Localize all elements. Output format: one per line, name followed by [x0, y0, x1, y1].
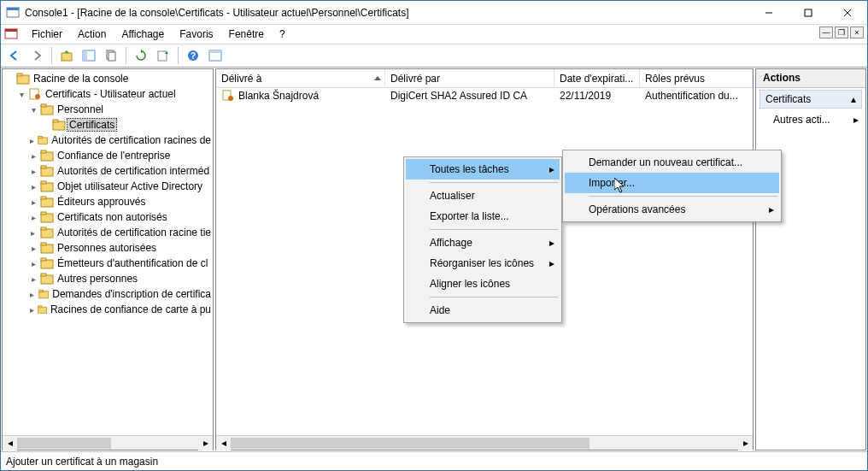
- svg-rect-43: [41, 258, 46, 261]
- tree-hscrollbar[interactable]: ◂ ▸: [3, 435, 213, 450]
- folder-icon: [40, 164, 54, 178]
- tree-item[interactable]: ▸Autres personnes: [4, 271, 213, 286]
- ctx-arrange[interactable]: Réorganiser les icônes▸: [406, 253, 560, 274]
- ctx-advanced[interactable]: Opérations avancées▸: [565, 199, 779, 220]
- svg-rect-10: [83, 50, 87, 61]
- tree-item[interactable]: ▸Personnes autorisées: [4, 240, 213, 256]
- help-button[interactable]: ?: [183, 45, 203, 66]
- cell-issued-to: Blanka Šnajdrová: [238, 90, 319, 102]
- close-button[interactable]: [828, 1, 867, 25]
- context-submenu: Demander un nouveau certificat... Import…: [562, 150, 782, 222]
- ctx-request-cert[interactable]: Demander un nouveau certificat...: [565, 152, 779, 173]
- caret-down-icon[interactable]: ▾: [28, 105, 38, 115]
- tree-item[interactable]: ▸Éditeurs approuvés: [4, 194, 213, 209]
- svg-rect-23: [41, 104, 46, 107]
- col-exp[interactable]: Date d'expirati...: [554, 69, 640, 87]
- caret-right-icon[interactable]: ▸: [28, 305, 36, 315]
- mdi-restore[interactable]: ❐: [835, 26, 848, 38]
- col-roles[interactable]: Rôles prévus: [640, 69, 753, 87]
- scroll-left-icon[interactable]: ◂: [216, 436, 231, 450]
- list-row[interactable]: Blanka Šnajdrová DigiCert SHA2 Assured I…: [216, 88, 753, 103]
- up-button[interactable]: [56, 45, 77, 66]
- menu-affichage[interactable]: Affichage: [114, 26, 171, 42]
- refresh-button[interactable]: [131, 45, 151, 66]
- col-issued-by[interactable]: Délivré par: [385, 69, 554, 87]
- menu-aide[interactable]: ?: [273, 26, 292, 42]
- folder-icon: [40, 226, 54, 239]
- caret-right-icon[interactable]: ▸: [28, 197, 38, 207]
- copy-button[interactable]: [101, 45, 121, 66]
- caret-right-icon[interactable]: ▸: [28, 136, 36, 145]
- menu-favoris[interactable]: Favoris: [173, 26, 220, 42]
- ctx-all-tasks[interactable]: Toutes les tâches▸: [406, 159, 560, 180]
- menu-action[interactable]: Action: [71, 26, 113, 42]
- svg-rect-27: [38, 136, 43, 138]
- actions-category[interactable]: Certificats ▴: [760, 90, 862, 109]
- tree-certificats[interactable]: Certificats: [4, 117, 213, 132]
- caret-right-icon[interactable]: ▸: [28, 151, 38, 161]
- svg-rect-41: [41, 243, 46, 245]
- mdi-close[interactable]: ×: [850, 26, 864, 38]
- tree-item[interactable]: ▸Racines de confiance de carte à pu: [4, 302, 213, 317]
- tree-item-label: Autorités de certification racine tie: [56, 227, 213, 238]
- ctx-help[interactable]: Aide: [406, 300, 560, 321]
- col-issued-to[interactable]: Délivré à: [216, 69, 385, 87]
- folder-icon: [38, 287, 50, 301]
- scroll-left-icon[interactable]: ◂: [3, 436, 17, 450]
- view-button[interactable]: [205, 45, 226, 66]
- folder-icon: [40, 256, 54, 270]
- folder-icon: [40, 195, 54, 209]
- tree-item[interactable]: ▸Autorités de certification racines de: [4, 132, 213, 148]
- statusbar: Ajouter un certificat à un magasin: [1, 451, 867, 470]
- collapse-arrow-icon: ▴: [851, 93, 856, 105]
- tree-item[interactable]: ▸Autorités de certification racine tie: [4, 225, 213, 240]
- tree-item[interactable]: ▸Émetteurs d'authentification de cl: [4, 256, 213, 271]
- caret-down-icon[interactable]: ▾: [16, 90, 26, 99]
- ctx-export[interactable]: Exporter la liste...: [406, 206, 560, 227]
- tree-item[interactable]: ▸Objet utilisateur Active Directory: [4, 179, 213, 194]
- tree-item-label: Émetteurs d'authentification de cl: [56, 257, 209, 269]
- caret-right-icon[interactable]: ▸: [28, 167, 38, 176]
- window-title: Console1 - [Racine de la console\Certifi…: [25, 7, 749, 19]
- ctx-refresh[interactable]: Actualiser: [406, 185, 560, 206]
- tree-item-label: Confiance de l'entreprise: [56, 150, 172, 162]
- svg-rect-33: [41, 181, 46, 184]
- scroll-right-icon[interactable]: ▸: [738, 436, 753, 450]
- caret-right-icon[interactable]: ▸: [28, 213, 38, 222]
- ctx-align[interactable]: Aligner les icônes: [406, 274, 560, 294]
- actions-other[interactable]: Autres acti... ▸: [756, 110, 865, 129]
- tree-certs-user[interactable]: ▾ Certificats - Utilisateur actuel: [4, 86, 213, 102]
- tree-item[interactable]: ▸Autorités de certification interméd: [4, 163, 213, 179]
- forward-button[interactable]: [26, 45, 47, 66]
- caret-right-icon[interactable]: ▸: [28, 182, 38, 191]
- tree-item[interactable]: ▸Confiance de l'entreprise: [4, 148, 213, 163]
- scroll-right-icon[interactable]: ▸: [198, 436, 213, 450]
- submenu-arrow-icon: ▸: [549, 237, 554, 249]
- ctx-import[interactable]: Importer...: [565, 173, 779, 193]
- tree-item[interactable]: ▸Demandes d'inscription de certifica: [4, 286, 213, 302]
- status-text: Ajouter un certificat à un magasin: [6, 456, 158, 468]
- tree-root[interactable]: Racine de la console: [4, 71, 213, 86]
- show-hide-tree-button[interactable]: [79, 45, 99, 66]
- caret-right-icon[interactable]: ▸: [28, 274, 38, 284]
- ctx-view[interactable]: Affichage▸: [406, 233, 560, 253]
- list-hscrollbar[interactable]: ◂ ▸: [216, 435, 753, 450]
- caret-right-icon[interactable]: ▸: [28, 259, 38, 268]
- tree[interactable]: Racine de la console ▾ Certificats - Uti…: [3, 69, 213, 319]
- maximize-button[interactable]: [789, 1, 828, 25]
- tree-item-label: Autorités de certification racines de: [50, 134, 213, 146]
- svg-rect-3: [805, 9, 812, 16]
- tree-personnel[interactable]: ▾ Personnel: [4, 102, 213, 117]
- tree-item[interactable]: ▸Certificats non autorisés: [4, 209, 213, 225]
- menu-fichier[interactable]: Fichier: [25, 26, 69, 42]
- menu-fenetre[interactable]: Fenêtre: [222, 26, 271, 42]
- export-button[interactable]: [153, 45, 173, 66]
- tree-item-label: Autorités de certification interméd: [56, 165, 211, 177]
- caret-right-icon[interactable]: ▸: [28, 290, 37, 299]
- caret-right-icon[interactable]: ▸: [28, 228, 38, 238]
- back-button[interactable]: [4, 45, 25, 66]
- caret-right-icon[interactable]: ▸: [28, 244, 38, 253]
- mdi-minimize[interactable]: —: [819, 26, 833, 38]
- minimize-button[interactable]: [749, 1, 789, 25]
- svg-rect-1: [7, 8, 19, 10]
